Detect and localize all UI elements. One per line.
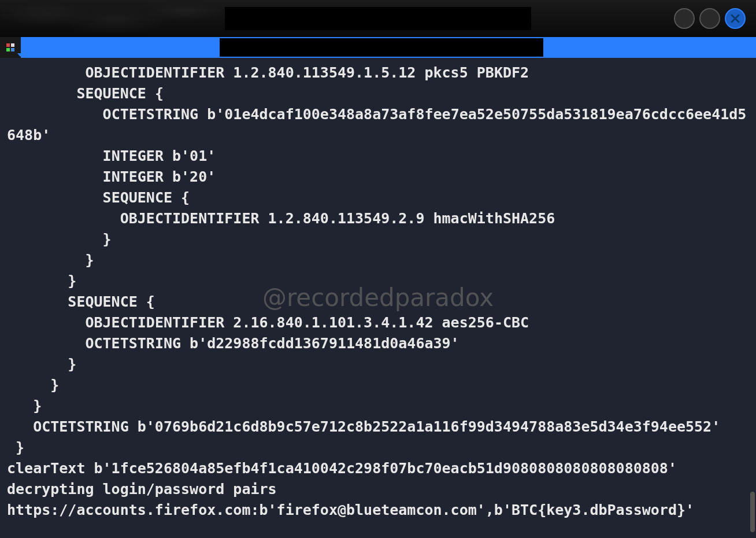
grid-icon [6,43,14,51]
terminal-line: OCTETSTRING b'0769b6d21c6d8b9c57e712c8b2… [7,418,720,435]
maximize-button[interactable] [699,8,720,29]
terminal-window: OBJECTIDENTIFIER 1.2.840.113549.1.5.12 p… [0,0,756,538]
terminal-line: OBJECTIDENTIFIER 1.2.840.113549.2.9 hmac… [7,210,555,227]
title-redacted [225,7,531,30]
terminal-line: } [7,397,42,414]
tab-title-redacted [220,38,543,57]
terminal-output[interactable]: OBJECTIDENTIFIER 1.2.840.113549.1.5.12 p… [0,58,756,538]
terminal-line: decrypting login/password pairs [7,481,277,498]
terminal-line: OBJECTIDENTIFIER 1.2.840.113549.1.5.12 p… [7,64,529,81]
window-controls [674,8,746,29]
terminal-line: OCTETSTRING b'd22988fcdd1367911481d0a46a… [7,335,459,352]
tab-bar [0,37,756,58]
scrollbar-track[interactable] [750,58,755,538]
terminal-line: INTEGER b'01' [7,148,216,164]
terminal-line: SEQUENCE { [7,189,190,206]
minimize-button[interactable] [674,8,695,29]
terminal-line: } [7,377,59,393]
terminal-line: } [7,252,94,268]
kali-dragon-background [0,0,231,37]
terminal-line: clearText b'1fce526804a85efb4f1ca410042c… [7,460,677,477]
terminal-line: OBJECTIDENTIFIER 2.16.840.1.101.3.4.1.42… [7,314,529,331]
title-bar[interactable] [0,0,756,37]
scrollbar-thumb[interactable] [750,492,755,532]
terminal-line: INTEGER b'20' [7,168,216,185]
terminal-line: SEQUENCE { [7,85,164,102]
terminal-line: } [7,439,24,456]
close-button[interactable] [725,8,746,29]
tab-dropdown-icon[interactable] [17,53,23,57]
terminal-line: } [7,231,112,248]
watermark: @recordedparadox [262,288,494,308]
close-icon [730,13,740,24]
terminal-line: SEQUENCE { [7,293,155,310]
terminal-line: OCTETSTRING b'01e4dcaf100e348a8a73af8fee… [7,106,746,143]
terminal-line: https://accounts.firefox.com:b'firefox@b… [7,502,694,518]
terminal-line: } [7,272,76,289]
terminal-line: } [7,356,76,373]
